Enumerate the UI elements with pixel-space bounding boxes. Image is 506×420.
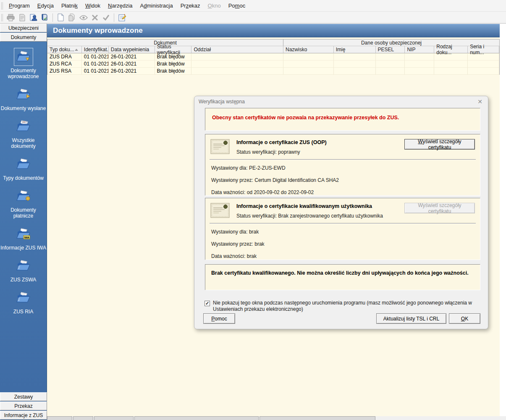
column-header-status-weryfikacji[interactable]: Status weryfikacji: [155, 46, 192, 53]
sidebar-item-informacje-zus-iwa[interactable]: IWA Informacje ZUS IWA: [0, 225, 47, 251]
status-pane: [47, 416, 72, 420]
column-header-data-wypelnienia[interactable]: Data wypełnienia: [109, 46, 155, 53]
cell-empty: [191, 60, 283, 68]
menu-bar: Program Edycja Płatnik Widok Narzędzia A…: [0, 0, 506, 12]
view-header: Dokumenty wprowadzone: [47, 24, 500, 37]
print-icon: [5, 13, 16, 22]
sidebar-tab-ubezpieczeni[interactable]: Ubezpieczeni: [0, 24, 47, 32]
sidebar-item-zus-ria[interactable]: ZUS RIA: [0, 289, 47, 315]
cell-data-wypelnienia: 26-01-2021: [109, 60, 155, 68]
cell-empty: [283, 60, 334, 68]
menu-przekaz[interactable]: Przekaz: [177, 0, 204, 11]
user-certificate-header: Informacje o certyfikacie kwalifikowanym…: [205, 198, 480, 219]
sidebar-panel-dokumenty: Dokumenty wprowadzone Dokumenty wysłane …: [0, 42, 47, 392]
delete-document-icon: [89, 13, 100, 22]
ok-button[interactable]: OK: [449, 313, 480, 324]
zus-certificate-header: Informacje o certyfikacie ZUS (OOP) Stat…: [205, 134, 480, 155]
sort-ascending-icon: [75, 49, 78, 51]
update-tsl-crl-button[interactable]: Aktualizuj listy TSL i CRL: [376, 313, 446, 324]
show-zus-certificate-details-button[interactable]: Wyświetl szczegóły certyfikatu: [404, 139, 475, 150]
table-group-header-row: Dokument Dane osoby ubezpieczonej: [47, 39, 499, 46]
cell-empty: [376, 60, 405, 68]
table-row[interactable]: ZUS RSA 01 01-2021 26-01-2021 Brak błędó…: [47, 68, 499, 75]
cell-empty: [468, 68, 499, 75]
table-row[interactable]: ZUS RCA 01 01-2021 26-01-2021 Brak błędó…: [47, 60, 499, 68]
sidebar-tab-dokumenty[interactable]: Dokumenty: [0, 33, 47, 42]
cell-empty: [283, 53, 334, 60]
dont-show-again-checkbox[interactable]: ✓: [204, 301, 210, 306]
cell-typ: ZUS DRA: [47, 53, 82, 60]
cell-data-wypelnienia: 26-01-2021: [109, 68, 155, 75]
cell-empty: [191, 68, 283, 75]
toolbar-separator-1: [52, 13, 53, 22]
certificate-icon: [210, 139, 230, 155]
user-certificate-section: Informacje o certyfikacie kwalifikowanym…: [205, 198, 480, 260]
column-header-pesel[interactable]: PESEL: [376, 46, 405, 53]
dialog-title-bar[interactable]: Weryfikacja wstępna ✕: [194, 96, 488, 107]
menu-administracja[interactable]: Administracja: [136, 0, 177, 11]
dont-show-again-label[interactable]: Nie pokazuj tego okna podczas następnego…: [213, 300, 477, 312]
document-registry-icon[interactable]: [39, 13, 50, 22]
cell-empty: [468, 60, 499, 68]
certificate-warning-panel: Obecny stan certyfikatów nie pozwala na …: [205, 108, 480, 131]
cell-identyfikator: 01 01-2021: [82, 53, 109, 60]
table-row[interactable]: ZUS DRA 01 01-2021 26-01-2021 Brak błędó…: [47, 53, 499, 60]
certificate-icon: [210, 203, 230, 219]
insured-person-icon[interactable]: [28, 13, 39, 22]
folder-all-documents-icon: [16, 128, 31, 134]
sidebar-item-typy-dokumentow[interactable]: Typy dokumentów: [0, 155, 47, 181]
show-user-certificate-details-button: Wyświetl szczegóły certyfikatu: [404, 203, 475, 213]
column-header-nazwisko[interactable]: Nazwisko: [283, 46, 334, 53]
folder-payment-documents-icon: [16, 198, 31, 204]
column-header-nip[interactable]: NIP: [405, 46, 434, 53]
dialog-button-row: Pomoc Aktualizuj listy TSL i CRL OK: [194, 313, 489, 324]
cell-typ: ZUS RSA: [47, 68, 82, 75]
cell-empty: [191, 53, 283, 60]
menu-okno: Okno: [204, 0, 225, 11]
zus-certificate-section: Informacje o certyfikacie ZUS (OOP) Stat…: [205, 134, 480, 196]
column-header-typ-dokumentu[interactable]: Typ doku...: [47, 46, 82, 53]
user-certificate-status: Status weryfikacji: Brak zarejestrowaneg…: [236, 213, 383, 219]
column-header-oddzial[interactable]: Oddział: [191, 46, 283, 53]
folder-document-types-icon: [16, 166, 31, 172]
menu-widok[interactable]: Widok: [81, 0, 104, 11]
cell-empty: [434, 68, 468, 75]
sidebar-item-dokumenty-wyslane[interactable]: Dokumenty wysłane: [0, 86, 47, 111]
sidebar-item-wszystkie-dokumenty[interactable]: Wszystkie dokumenty: [0, 118, 47, 149]
close-icon[interactable]: ✕: [476, 98, 484, 105]
sidebar-tab-informacje-z-zus[interactable]: Informacje z ZUS: [0, 411, 47, 420]
menu-edycja[interactable]: Edycja: [34, 0, 58, 11]
menu-platnik[interactable]: Płatnik: [58, 0, 81, 11]
menu-pomoc[interactable]: Pomoc: [225, 0, 249, 11]
sidebar-item-zus-zswa[interactable]: ZUS ZSWA: [0, 257, 47, 283]
sidebar-item-dokumenty-wprowadzone[interactable]: Dokumenty wprowadzone: [0, 48, 47, 79]
menu-narzedzia[interactable]: Narzędzia: [104, 0, 136, 11]
toolbar-gripper-1[interactable]: [1, 14, 3, 21]
zus-certificate-validity: Data ważności: od 2020-09-02 do 2022-09-…: [211, 189, 474, 195]
sidebar-tab-przekaz[interactable]: Przekaz: [0, 402, 47, 410]
new-document-icon[interactable]: [55, 13, 66, 22]
view-document-icon: [78, 13, 89, 22]
sidebar-item-dokumenty-platnicze[interactable]: Dokumenty płatnicze: [0, 187, 47, 219]
column-header-identyfikator[interactable]: Identyfikat...: [82, 46, 109, 53]
folder-zus-iwa-icon: IWA: [16, 236, 31, 242]
column-header-rodzaj-dokumentu[interactable]: Rodzaj doku...: [434, 46, 468, 53]
menubar-gripper[interactable]: [1, 2, 3, 10]
cell-empty: [405, 53, 434, 60]
dialog-title: Weryfikacja wstępna: [199, 99, 476, 105]
status-pane: [260, 416, 375, 420]
send-form-icon[interactable]: [117, 13, 127, 22]
column-header-seria-i-numer[interactable]: Seria i num...: [468, 46, 499, 53]
help-button[interactable]: Pomoc: [203, 313, 235, 324]
user-certificate-validity: Data ważności: brak: [211, 253, 474, 259]
platnik-app-window: Program Edycja Płatnik Widok Narzędzia A…: [0, 0, 506, 420]
menu-program[interactable]: Program: [5, 0, 34, 11]
user-certificate-issued-by: Wystawiony przez: brak: [211, 241, 474, 247]
column-header-imie[interactable]: Imię: [334, 46, 376, 53]
folder-zus-zswa-icon: [16, 268, 31, 273]
zus-certificate-title: Informacje o certyfikacie ZUS (OOP): [236, 139, 327, 145]
folder-documents-in-icon: [16, 58, 31, 64]
user-certificate-issued-for: Wystawiony dla: brak: [211, 229, 474, 235]
zus-certificate-status: Status weryfikacji: poprawny: [236, 149, 327, 155]
sidebar-tab-zestawy[interactable]: Zestawy: [0, 392, 47, 401]
